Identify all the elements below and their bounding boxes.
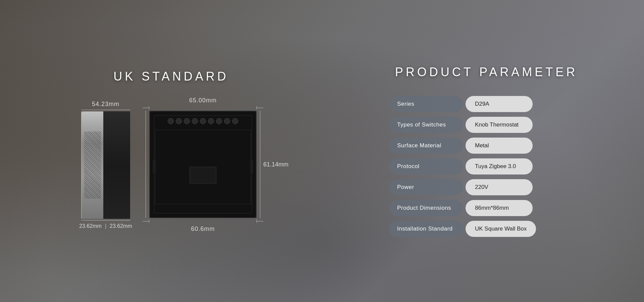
param-row: ProtocolTuya Zigbee 3.0	[389, 158, 584, 174]
front-height-dimension: 61.14mm	[263, 161, 288, 168]
param-value-5: 86mm*86mm	[466, 200, 533, 216]
param-label-3: Protocol	[389, 158, 463, 174]
param-label-5: Product Dimensions	[389, 200, 463, 216]
side-top-dimension: 54.23mm	[92, 101, 119, 108]
bottom-dim-line	[82, 220, 130, 220]
param-value-2: Metal	[466, 138, 533, 154]
front-main-row: 61.14mm	[146, 111, 260, 218]
param-table: SeriesD29ATypes of SwitchesKnob Thermost…	[389, 96, 584, 237]
param-value-0: D29A	[466, 96, 533, 112]
param-label-4: Power	[389, 179, 463, 195]
front-right-vline-wrapper: 61.14mm	[260, 111, 260, 218]
knob-texture	[84, 132, 101, 199]
param-row: Power220V	[389, 179, 584, 195]
front-bottom-dimension: 60.6mm	[191, 225, 215, 233]
product-parameter-title: PRODUCT PARAMETER	[395, 65, 578, 79]
diagram-area: 54.23mm 23.62mm	[79, 97, 263, 233]
param-label-1: Types of Switches	[389, 117, 463, 133]
knob-part	[82, 111, 103, 219]
front-top-dimension: 65.00mm	[189, 97, 217, 104]
left-section: UK STANDARD 54.23mm	[20, 69, 322, 233]
param-label-0: Series	[389, 96, 463, 112]
front-bottom-bracket	[143, 219, 263, 223]
front-top-bracket	[143, 106, 263, 109]
param-row: Types of SwitchesKnob Thermostat	[389, 117, 584, 133]
front-view: 65.00mm	[143, 97, 263, 233]
param-row: Installation StandardUK Square Wall Box	[389, 221, 584, 237]
param-row: Surface MaterialMetal	[389, 138, 584, 154]
top-dim-line	[82, 110, 130, 110]
front-left-vline	[146, 111, 146, 218]
param-value-1: Knob Thermostat	[466, 117, 533, 133]
param-value-3: Tuya Zigbee 3.0	[466, 158, 533, 174]
side-view: 54.23mm 23.62mm	[79, 101, 132, 229]
param-label-6: Installation Standard	[389, 221, 463, 237]
side-right-dim: 23.62mm	[110, 223, 132, 229]
side-device-view	[82, 111, 130, 219]
param-label-2: Surface Material	[389, 138, 463, 154]
param-value-6: UK Square Wall Box	[466, 221, 536, 237]
param-row: SeriesD29A	[389, 96, 584, 112]
side-bottom-dimensions: 23.62mm | 23.62mm	[79, 223, 132, 229]
param-value-4: 220V	[466, 179, 533, 195]
uk-standard-title: UK STANDARD	[113, 69, 228, 84]
body-part	[103, 111, 130, 219]
param-row: Product Dimensions86mm*86mm	[389, 200, 584, 216]
front-panel	[149, 111, 257, 218]
right-section: PRODUCT PARAMETER SeriesD29ATypes of Swi…	[322, 65, 624, 237]
side-left-dim: 23.62mm	[79, 223, 102, 229]
front-right-vline	[260, 111, 260, 218]
panel-inner	[154, 115, 252, 213]
